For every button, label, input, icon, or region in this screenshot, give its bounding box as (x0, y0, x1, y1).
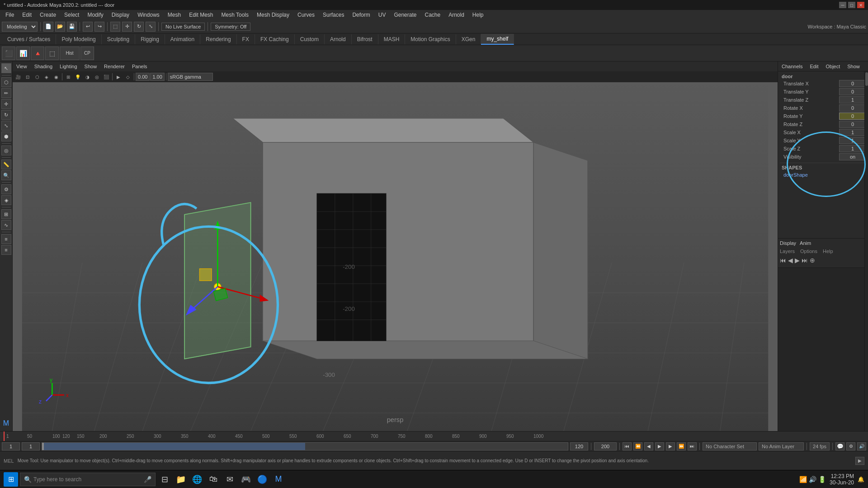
timeline-area[interactable]: 1 50 100 120 150 200 250 300 350 400 450… (0, 431, 868, 441)
scale-tool-btn[interactable]: ⤡ (146, 22, 156, 32)
shelf-icon-4[interactable]: ⬚ (45, 47, 59, 60)
door-shape-item[interactable]: doorShape (780, 171, 866, 178)
play-btn[interactable]: ▶ (655, 442, 664, 450)
viewport-menu-renderer[interactable]: Renderer (102, 63, 127, 70)
aa-btn[interactable]: ⬛ (102, 72, 111, 81)
translate-z-value[interactable]: 1 (839, 96, 866, 103)
menu-cache[interactable]: Cache (421, 11, 444, 19)
shelf-icon-1[interactable]: ⬛ (2, 47, 15, 60)
lasso-tool[interactable]: ⬡ (1, 77, 11, 87)
menu-windows[interactable]: Windows (134, 11, 163, 19)
undo-btn[interactable]: ↩ (83, 22, 93, 32)
shelf-tab-rigging[interactable]: Rigging (135, 34, 165, 44)
prev-key-btn[interactable]: ⏪ (633, 442, 642, 450)
menu-generate[interactable]: Generate (390, 11, 420, 19)
menu-edit[interactable]: Edit (19, 11, 35, 19)
shelf-tab-curves-surfaces[interactable]: Curves / Surfaces (2, 34, 56, 44)
snap-curve[interactable]: ∿ (1, 220, 11, 230)
scale-y-value[interactable]: 1 (839, 137, 866, 144)
maya-taskbar-icon[interactable]: M (271, 472, 286, 487)
annotate-tool[interactable]: 🔍 (1, 170, 11, 180)
volume-icon[interactable]: 🔊 (809, 476, 816, 483)
next-frame-icon[interactable]: ▶ (795, 257, 800, 264)
shelf-icon-2[interactable]: 📊 (16, 47, 30, 60)
settings-btn[interactable]: ⚙ (846, 442, 855, 450)
shelf-icon-3[interactable]: 🔺 (31, 47, 44, 60)
rotate-x-value[interactable]: 0 (839, 104, 866, 112)
menu-edit-mesh[interactable]: Edit Mesh (185, 11, 217, 19)
smooth-btn[interactable]: ◈ (42, 72, 51, 81)
shelf-tab-xgen[interactable]: XGen (456, 34, 481, 44)
scale-z-value[interactable]: 1 (839, 145, 866, 152)
shelf-tab-rendering[interactable]: Rendering (200, 34, 236, 44)
add-key-icon[interactable]: ⊕ (810, 257, 815, 264)
shelf-tab-custom[interactable]: Custom (295, 34, 325, 44)
attr-tool[interactable]: ⚙ (1, 184, 11, 194)
viewport-menu-view[interactable]: View (14, 63, 29, 70)
translate-x-value[interactable]: 0 (839, 80, 866, 87)
timeline-range-bar[interactable] (42, 442, 568, 450)
prev-frame-btn[interactable]: ◀ (644, 442, 653, 450)
file-explorer-icon[interactable]: 📁 (174, 472, 188, 487)
open-btn[interactable]: 📂 (55, 22, 65, 32)
store-icon[interactable]: 🛍 (206, 472, 221, 487)
shelf-tab-fx[interactable]: FX (237, 34, 255, 44)
rotate-z-value[interactable]: 0 (839, 121, 866, 128)
shelf-tab-motion-graphics[interactable]: Motion Graphics (405, 34, 456, 44)
measure-tool[interactable]: 📏 (1, 160, 11, 169)
no-character-set[interactable]: No Character Set (703, 442, 757, 450)
redo-btn[interactable]: ↪ (94, 22, 104, 32)
go-start-btn[interactable]: ⏮ (623, 442, 632, 450)
mel-label[interactable]: MEL (4, 458, 14, 464)
shelf-tab-bifrost[interactable]: Bifrost (352, 34, 378, 44)
shelf-tab-sculpting[interactable]: Sculpting (102, 34, 135, 44)
timeline-ruler[interactable]: 1 50 100 120 150 200 250 300 350 400 450… (0, 432, 868, 441)
shelf-icon-hist[interactable]: Hist (60, 47, 80, 60)
render-tool[interactable]: ◈ (1, 195, 11, 205)
network-icon[interactable]: 📶 (799, 476, 807, 483)
shelf-tab-my-shelf[interactable]: my_shelf (481, 34, 514, 45)
shelf-tab-mash[interactable]: MASH (378, 34, 406, 44)
rotate-tool-btn[interactable]: ↻ (134, 22, 144, 32)
no-live-surface-btn[interactable]: No Live Surface (161, 23, 205, 31)
show-tab[interactable]: Show (845, 63, 862, 70)
audio-btn[interactable]: 🔊 (857, 442, 866, 450)
select-tool[interactable]: ↖ (1, 63, 11, 73)
minimize-button[interactable]: ─ (839, 2, 846, 8)
task-view-btn[interactable]: ⊟ (157, 472, 172, 487)
play-blast-btn[interactable]: ▶ (114, 72, 123, 81)
prev-key-icon[interactable]: ⏮ (780, 257, 786, 264)
prev-frame-icon[interactable]: ◀ (788, 257, 793, 264)
paint-tool[interactable]: ✏ (1, 88, 11, 98)
notifications-icon[interactable]: 🔔 (858, 476, 864, 483)
viewport-menu-shading[interactable]: Shading (33, 63, 54, 70)
frame-end-field[interactable]: 120 (570, 442, 588, 450)
viewport-area[interactable]: View Shading Lighting Show Renderer Pane… (13, 61, 778, 431)
isolate-btn[interactable]: ◇ (123, 72, 132, 81)
next-key-btn[interactable]: ⏩ (677, 442, 686, 450)
shelf-tab-arnold[interactable]: Arnold (325, 34, 352, 44)
no-anim-layer[interactable]: No Anim Layer (759, 442, 804, 450)
channels-tab[interactable]: Channels (780, 63, 804, 70)
taskbar-search[interactable]: 🔍 Type here to search 🎤 (20, 473, 156, 486)
menu-arnold[interactable]: Arnold (445, 11, 468, 19)
menu-mesh-display[interactable]: Mesh Display (253, 11, 293, 19)
current-frame-field[interactable]: 1 (22, 442, 40, 450)
browser-icon[interactable]: 🌐 (190, 472, 204, 487)
value2-field[interactable]: 1.00 (150, 73, 164, 81)
fps-selector[interactable]: 24 fps (810, 442, 830, 450)
persp-btn[interactable]: ⊡ (23, 72, 32, 81)
anim-tab[interactable]: Anim (800, 240, 811, 246)
playback-end-field[interactable]: 200 (594, 442, 617, 450)
combined-tool[interactable]: ⬢ (1, 131, 11, 141)
ao-btn[interactable]: ◎ (92, 72, 101, 81)
options-item[interactable]: Options (800, 249, 817, 254)
move-tool-btn[interactable]: ✛ (122, 22, 132, 32)
3d-viewport[interactable]: -200 -200 -300 (13, 82, 778, 431)
next-frame-btn[interactable]: ▶ (666, 442, 675, 450)
menu-surfaces[interactable]: Surfaces (319, 11, 348, 19)
layers-item[interactable]: Layers (780, 249, 795, 254)
maximize-button[interactable]: □ (848, 2, 855, 8)
workspace-selector[interactable]: Modeling (2, 22, 38, 32)
gamma-selector[interactable]: sRGB gamma (168, 73, 213, 81)
